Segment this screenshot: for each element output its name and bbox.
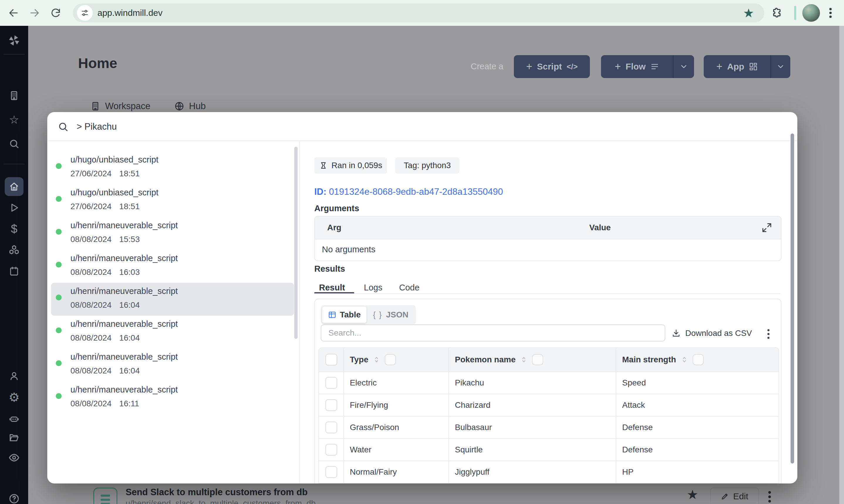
url-bar[interactable]: app.windmill.dev ★: [73, 3, 764, 22]
sidebar-item-favorites[interactable]: ☆: [0, 111, 28, 128]
list-item-path: u/henri/send_slack_to_multiple_customers…: [126, 499, 316, 504]
table-menu-icon[interactable]: [767, 327, 770, 341]
sidebar-item-users[interactable]: [0, 368, 28, 384]
list-item-title[interactable]: Send Slack to multiple customers from db: [126, 487, 308, 498]
row-checkbox[interactable]: [325, 421, 337, 433]
sort-icon[interactable]: [681, 356, 688, 363]
run-list-item[interactable]: u/henri/maneuverable_script 08/08/202415…: [51, 217, 294, 250]
run-date: 08/08/2024: [70, 301, 111, 309]
run-list-item[interactable]: u/hugo/unbiased_script 27/06/202418:51: [51, 184, 294, 217]
sort-icon[interactable]: [520, 356, 527, 363]
sidebar-item-resources[interactable]: [0, 242, 28, 258]
column-filter-checkbox[interactable]: [532, 354, 543, 365]
back-icon: [8, 7, 19, 18]
plus-icon: +: [716, 60, 722, 73]
run-list-item[interactable]: u/henri/maneuverable_script 08/08/202416…: [51, 348, 294, 381]
app-grid-icon: [749, 62, 758, 71]
download-csv-button[interactable]: Download as CSV: [672, 328, 752, 338]
back-button[interactable]: [5, 5, 22, 21]
run-id-link[interactable]: ID: 0191324e-8068-9edb-ab47-2d8a13550490: [314, 186, 503, 197]
run-time: 16:03: [119, 268, 140, 277]
sidebar-item-help[interactable]: [0, 490, 28, 504]
table-row[interactable]: Grass/Poison Bulbasaur Defense: [319, 417, 778, 439]
run-time: 18:51: [119, 202, 140, 211]
tab-hub[interactable]: Hub: [174, 101, 206, 111]
table-row[interactable]: Fire/Flying Charizard Attack: [319, 394, 778, 417]
create-script-button[interactable]: + Script </>: [514, 55, 590, 78]
list-item-menu-icon[interactable]: [768, 489, 771, 504]
create-flow-label: Flow: [626, 61, 646, 72]
windmill-logo[interactable]: [0, 32, 28, 49]
flow-lines-icon: [650, 62, 659, 71]
table-row[interactable]: Electric Pikachu Speed: [319, 372, 778, 394]
extensions-button[interactable]: [769, 5, 785, 21]
result-search-input[interactable]: [321, 324, 665, 341]
folders-icon: [9, 432, 19, 443]
toggle-json-button[interactable]: { } JSON: [367, 307, 414, 323]
sidebar-item-settings[interactable]: ⚙: [0, 389, 28, 406]
run-duration-label: Ran in 0,059s: [331, 161, 382, 170]
run-list-item[interactable]: u/hugo/unbiased_script 27/06/202418:51: [51, 151, 294, 184]
forward-button[interactable]: [26, 5, 43, 21]
app-sidebar: ☆ $ ⚙: [0, 26, 28, 504]
toggle-table-button[interactable]: Table: [322, 307, 366, 323]
sidebar-item-audit[interactable]: [0, 449, 28, 466]
reload-button[interactable]: [48, 5, 64, 21]
sidebar-item-workers[interactable]: [0, 410, 28, 427]
bookmark-star-icon[interactable]: ★: [743, 6, 754, 20]
tab-logs[interactable]: Logs: [364, 283, 382, 292]
select-all-checkbox[interactable]: [325, 354, 337, 365]
row-checkbox[interactable]: [325, 377, 337, 389]
tab-result[interactable]: Result: [319, 283, 345, 292]
row-checkbox[interactable]: [325, 466, 337, 478]
run-list-item[interactable]: u/henri/maneuverable_script 08/08/202416…: [51, 381, 294, 414]
run-datetime: 08/08/202415:53: [70, 235, 147, 244]
url-text[interactable]: app.windmill.dev: [97, 8, 163, 18]
site-settings-button[interactable]: [77, 5, 93, 21]
modal-scrollbar[interactable]: [791, 133, 794, 464]
tab-bottom-line: [314, 293, 780, 294]
run-list-item[interactable]: u/henri/maneuverable_script 08/08/202416…: [51, 250, 294, 283]
sidebar-item-variables[interactable]: $: [0, 221, 28, 237]
sidebar-item-runs[interactable]: [0, 199, 28, 216]
run-name: u/henri/maneuverable_script: [70, 385, 178, 395]
sidebar-item-folders[interactable]: [0, 430, 28, 446]
run-time: 16:04: [119, 301, 140, 309]
search-modal: > Pikachu u/hugo/unbiased_script 27/06/2…: [47, 112, 797, 484]
modal-search-input[interactable]: > Pikachu: [77, 122, 117, 132]
create-flow-button[interactable]: + Flow: [601, 55, 694, 78]
edit-button[interactable]: Edit: [710, 488, 759, 504]
sort-icon[interactable]: [373, 356, 380, 363]
column-header-type: Type: [350, 355, 368, 364]
expand-icon[interactable]: [761, 222, 772, 233]
success-dot-icon: [56, 229, 61, 235]
cell: HP: [616, 461, 778, 483]
resources-cubes-icon: [8, 245, 20, 255]
sidebar-item-workspace[interactable]: [0, 87, 28, 104]
braces-icon: { }: [373, 310, 382, 320]
sidebar-item-search[interactable]: [0, 136, 28, 152]
sidebar-item-home[interactable]: [5, 177, 23, 196]
flow-dropdown-button[interactable]: [674, 62, 694, 71]
browser-menu-icon[interactable]: [829, 6, 832, 19]
table-row[interactable]: Water Squirtle Defense: [319, 439, 778, 461]
table-row[interactable]: Normal/Fairy Jigglypuff HP: [319, 461, 778, 484]
cell: Water: [344, 439, 449, 461]
tab-workspace[interactable]: Workspace: [90, 101, 150, 111]
run-list-scrollbar[interactable]: [294, 147, 298, 339]
run-list-item[interactable]: u/henri/maneuverable_script 08/08/202416…: [51, 316, 294, 348]
page-scrollbar[interactable]: [839, 26, 844, 504]
toolbar-separator: [794, 6, 796, 20]
row-checkbox[interactable]: [325, 399, 337, 411]
column-filter-checkbox[interactable]: [693, 354, 704, 365]
favorite-star-icon[interactable]: ★: [687, 487, 698, 502]
create-app-button[interactable]: + App: [704, 55, 790, 78]
sidebar-item-schedules[interactable]: [0, 263, 28, 279]
cell: Normal/Fairy: [344, 461, 449, 483]
column-filter-checkbox[interactable]: [385, 354, 396, 365]
tab-code[interactable]: Code: [399, 283, 419, 292]
avatar[interactable]: [802, 4, 820, 22]
app-dropdown-button[interactable]: [771, 62, 790, 71]
run-list-item[interactable]: u/henri/maneuverable_script 08/08/202416…: [51, 283, 294, 316]
row-checkbox[interactable]: [325, 444, 337, 455]
